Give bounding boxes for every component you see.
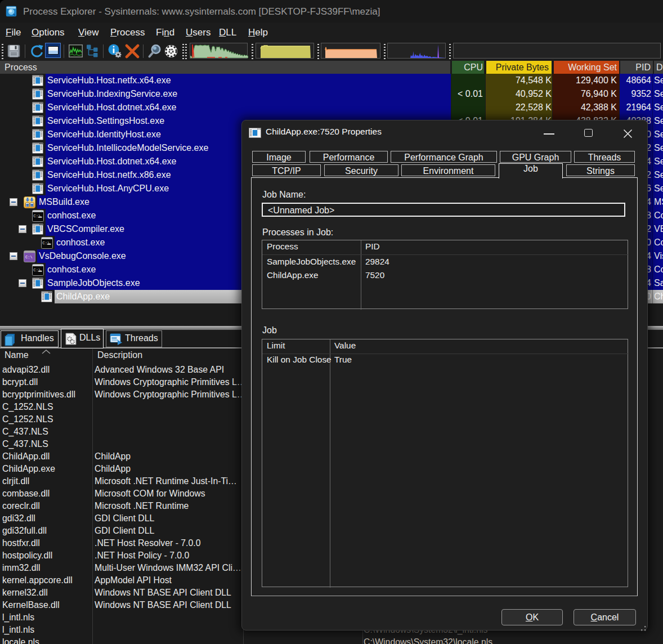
svg-text:C:\: C:\ — [33, 214, 41, 218]
svg-text:C:\: C:\ — [25, 255, 33, 260]
svg-text:C:\: C:\ — [42, 241, 50, 245]
svg-text:C:\: C:\ — [33, 268, 41, 272]
